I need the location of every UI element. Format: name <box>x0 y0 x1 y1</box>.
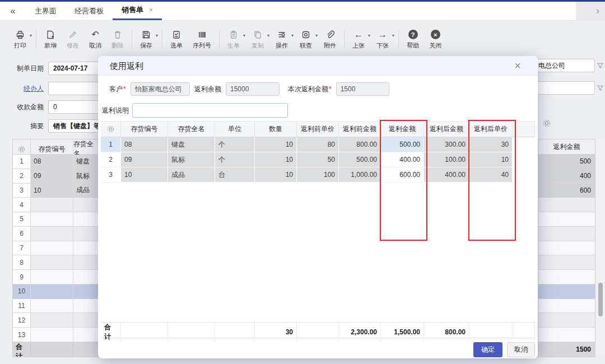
dialog-header <box>98 56 538 76</box>
customer-field-tail[interactable]: 电总公司 <box>533 59 595 72</box>
save-button[interactable]: 保存 <box>135 29 157 50</box>
table-row[interactable]: 6 <box>13 227 99 241</box>
tab-dashboard[interactable]: 经营看板 <box>66 2 113 20</box>
table-row[interactable]: 2 09 鼠标 <box>13 169 99 184</box>
arrow-left-icon: ← <box>353 29 364 40</box>
table-row[interactable]: 12 <box>13 313 99 328</box>
clipboard-check-icon <box>171 29 182 40</box>
close-button[interactable]: × 关闭 <box>424 29 446 50</box>
rebate-cell[interactable] <box>538 241 595 256</box>
rebate-cell[interactable] <box>538 212 595 227</box>
attachment-button[interactable]: 附件 <box>319 29 341 50</box>
serial-number-button[interactable]: 序列号 <box>188 29 216 50</box>
doc-date-row: 制单日期 2024-07-17 <box>8 62 109 75</box>
rebate-cell[interactable]: 600 <box>538 184 595 198</box>
table-row[interactable]: 7 <box>13 241 99 256</box>
rebate-cell[interactable] <box>538 299 595 314</box>
rebate-amount-cell[interactable]: 400.00 <box>381 152 424 167</box>
close-circle-icon: × <box>430 29 441 40</box>
received-amount-row: 收款金额 0 <box>8 100 109 114</box>
table-gear-icon[interactable] <box>101 122 121 137</box>
table-row[interactable]: 11 <box>13 299 99 314</box>
rebate-cell[interactable] <box>538 328 595 342</box>
save-dropdown-caret[interactable]: ▾ <box>156 33 158 38</box>
help-button[interactable]: ? 帮助 <box>402 29 424 50</box>
operations-dropdown-caret[interactable]: ▾ <box>291 33 294 38</box>
toolbar-separator <box>132 30 132 49</box>
table-row[interactable]: 13 <box>13 328 99 342</box>
filter-icon[interactable] <box>597 62 604 69</box>
handler-row: 经办人 <box>8 82 109 95</box>
rebate-cell[interactable] <box>538 227 595 241</box>
printer-icon <box>15 29 26 40</box>
rebate-cell[interactable] <box>538 198 595 212</box>
customer-label: 客户* <box>109 85 126 94</box>
list-settings-icon <box>276 29 287 40</box>
tab-close-icon[interactable]: × <box>149 6 153 14</box>
trash-icon <box>112 29 123 40</box>
rebate-cell[interactable] <box>538 313 595 328</box>
rebate-cell[interactable]: 400 <box>538 169 595 184</box>
print-button[interactable]: 打印 <box>9 29 31 50</box>
grid-settings-gear-icon[interactable] <box>542 119 551 128</box>
save-icon <box>141 29 152 40</box>
vertical-scrollbar[interactable] <box>597 139 604 357</box>
rebate-column-body: 500 400 600 <box>538 155 595 342</box>
previous-doc-button[interactable]: ← 上张 <box>347 29 370 50</box>
rebate-note-field[interactable] <box>132 103 288 118</box>
filter-icon[interactable] <box>597 84 604 92</box>
previous-dropdown-caret[interactable]: ▾ <box>368 33 370 38</box>
next-dropdown-caret[interactable]: ▾ <box>392 33 394 38</box>
rebate-cell[interactable] <box>538 284 595 299</box>
linked-query-button[interactable]: 联查 <box>295 29 317 50</box>
modify-button[interactable]: 修改 <box>62 29 84 50</box>
table-row[interactable]: 3 10 成品 <box>13 184 99 198</box>
cancel-button[interactable]: ↶ 取消 <box>84 29 106 50</box>
linked-query-icon <box>300 29 311 40</box>
generate-order-button[interactable]: 生单 <box>222 29 245 50</box>
rebate-table-body: 1 08 键盘 个 10 80 800.00 500.00 300.00 30 <box>101 137 535 183</box>
arrow-right-icon: → <box>377 29 388 40</box>
rebate-amount-field[interactable]: 1500 <box>336 82 389 96</box>
customer-field[interactable]: 怡新家电总公司 <box>131 82 190 96</box>
new-document-icon <box>45 29 56 40</box>
operations-button[interactable]: 操作 <box>271 29 293 50</box>
barcode-icon <box>197 29 208 40</box>
select-order-button[interactable]: 选单 <box>165 29 188 50</box>
linked-query-dropdown-caret[interactable]: ▾ <box>315 33 318 38</box>
ok-button[interactable]: 确定 <box>473 342 502 357</box>
rebate-balance-field[interactable]: 15000 <box>226 82 280 96</box>
collapse-sidebar-icon[interactable]: « <box>0 2 26 20</box>
table-row[interactable]: 8 <box>13 255 99 270</box>
tab-main[interactable]: 主界面 <box>26 2 66 20</box>
copy-button[interactable]: 复制 <box>246 29 269 50</box>
table-row[interactable]: 1 08 键盘 <box>13 155 99 169</box>
rebate-cell[interactable] <box>538 255 595 270</box>
table-row[interactable]: 4 <box>13 198 99 212</box>
scrollbar-thumb[interactable] <box>598 283 603 316</box>
clipboard-icon <box>228 29 239 40</box>
rebate-cell[interactable] <box>538 270 595 284</box>
print-dropdown-caret[interactable]: ▾ <box>30 33 32 38</box>
dialog-close-icon[interactable]: × <box>514 59 521 72</box>
toolbar-separator <box>398 30 399 49</box>
copy-icon <box>252 29 263 40</box>
rebate-amount-cell[interactable]: 600.00 <box>381 167 424 183</box>
table-row[interactable]: 5 <box>13 212 99 227</box>
rebate-items-table: 存货编号 存货全名 单位 数量 返利前单价 返利前金额 返利金额 返利后金额 返… <box>101 121 535 183</box>
secondary-field[interactable] <box>533 81 595 95</box>
new-button[interactable]: 新增 <box>39 29 62 50</box>
table-row[interactable]: 10 <box>13 284 99 299</box>
tab-sales-order[interactable]: 销售单 × <box>113 2 162 20</box>
next-doc-button[interactable]: → 下张 <box>371 29 394 50</box>
handler-link[interactable]: 经办人 <box>8 84 44 94</box>
table-row[interactable]: 9 <box>13 270 99 284</box>
tab-overflow-chevron-icon[interactable]: › <box>576 2 605 20</box>
delete-button[interactable]: 删除 <box>106 29 129 50</box>
cancel-button[interactable]: 取消 <box>507 342 535 357</box>
table-row: 3 10 成品 台 10 100 1,000.00 600.00 400.00 … <box>101 167 535 183</box>
toolbar: 打印 ▾ 新增 修改 ↶ 取消 删除 保存 ▾ 选 <box>9 25 446 53</box>
rebate-cell[interactable]: 500 <box>538 155 595 169</box>
grid-total-row: 合计 <box>13 342 99 357</box>
rebate-amount-cell[interactable]: 500.00 <box>381 137 424 152</box>
